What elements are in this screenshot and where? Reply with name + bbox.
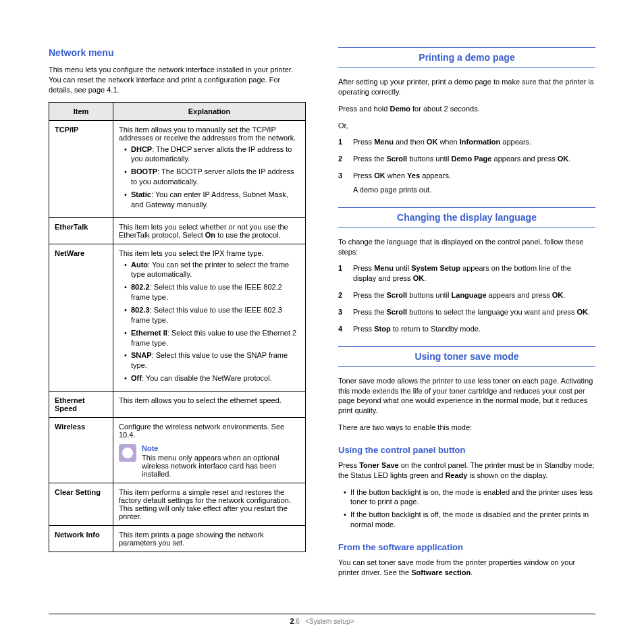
table-row: Clear Setting This item performs a simpl… <box>49 483 306 525</box>
list-item: 2Press the Scroll buttons until Language… <box>338 290 595 300</box>
sub-heading-control-panel: Using the control panel button <box>338 445 595 455</box>
page-footer: 2.6 <System setup> <box>49 614 595 625</box>
list-item: 3Press the Scroll buttons to select the … <box>338 307 595 317</box>
section-title-demo: Printing a demo page <box>338 47 595 68</box>
network-menu-table: Item Explanation TCP/IP This item allows… <box>49 102 306 552</box>
right-column: Printing a demo page After setting up yo… <box>338 47 595 585</box>
table-row: TCP/IP This item allows you to manually … <box>49 120 306 217</box>
list-item: If the button backlight is on, the mode … <box>344 487 595 508</box>
list-item: 4Press Stop to return to Standby mode. <box>338 324 595 334</box>
network-menu-heading: Network menu <box>49 47 306 58</box>
section-title-language: Changing the display language <box>338 207 595 227</box>
table-row: NetWare This item lets you select the IP… <box>49 244 306 391</box>
sub-heading-software: From the software application <box>338 542 595 552</box>
table-row: EtherTalk This item lets you select whet… <box>49 217 306 244</box>
col-item: Item <box>49 102 113 120</box>
manual-page: Network menu This menu lets you configur… <box>0 0 644 644</box>
list-item: 2Press the Scroll buttons until Demo Pag… <box>338 154 595 164</box>
col-explanation: Explanation <box>113 102 306 120</box>
network-menu-intro: This menu lets you configure the network… <box>49 65 306 95</box>
note-icon <box>119 444 136 462</box>
section-title-toner: Using toner save mode <box>338 346 595 367</box>
list-item: 1Press Menu and then OK when Information… <box>338 137 595 147</box>
left-column: Network menu This menu lets you configur… <box>49 47 306 585</box>
table-row: Wireless Configure the wireless network … <box>49 417 306 483</box>
table-row: Ethernet Speed This item allows you to s… <box>49 391 306 417</box>
list-item: If the button backlight is off, the mode… <box>344 510 595 530</box>
list-item: 1Press Menu until System Setup appears o… <box>338 263 595 284</box>
table-row: Network Info This item prints a page sho… <box>49 525 306 552</box>
list-item: 3Press OK when Yes appears. <box>338 171 595 181</box>
note-label: Note <box>142 444 300 452</box>
